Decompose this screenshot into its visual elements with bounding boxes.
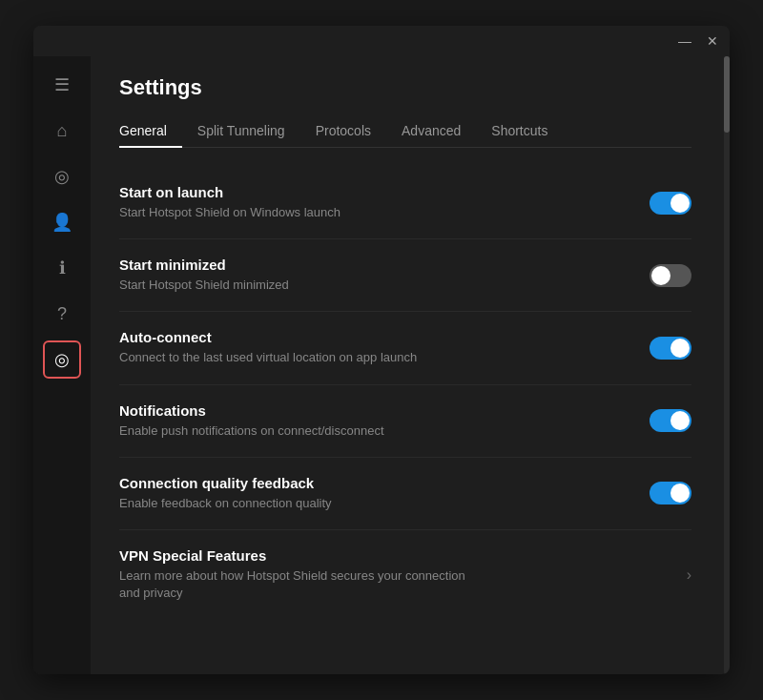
setting-item-notifications: NotificationsEnable push notifications o… bbox=[119, 385, 691, 458]
scrollbar-track[interactable] bbox=[724, 56, 730, 674]
toggle-thumb-start-on-launch bbox=[670, 194, 690, 213]
menu-icon[interactable]: ☰ bbox=[43, 66, 81, 104]
setting-desc-vpn-special-features: Learn more about how Hotspot Shield secu… bbox=[119, 567, 482, 602]
app-window: — ✕ ☰⌂◎👤ℹ?◎ Settings GeneralSplit Tunnel… bbox=[33, 26, 730, 674]
home-icon[interactable]: ⌂ bbox=[43, 112, 81, 150]
tab-shortcuts[interactable]: Shortcuts bbox=[476, 115, 563, 148]
help-icon[interactable]: ? bbox=[43, 295, 81, 333]
info-icon[interactable]: ℹ bbox=[43, 249, 81, 287]
arrow-icon-vpn-special-features[interactable]: › bbox=[687, 566, 691, 584]
setting-item-connection-quality-feedback: Connection quality feedbackEnable feedba… bbox=[119, 458, 691, 530]
setting-title-notifications: Notifications bbox=[119, 402, 630, 419]
setting-text-auto-connect: Auto-connectConnect to the last used vir… bbox=[119, 329, 630, 366]
setting-item-start-on-launch: Start on launchStart Hotspot Shield on W… bbox=[119, 167, 691, 239]
tab-advanced[interactable]: Advanced bbox=[386, 115, 476, 148]
setting-title-auto-connect: Auto-connect bbox=[119, 329, 630, 345]
main-layout: ☰⌂◎👤ℹ?◎ Settings GeneralSplit TunnelingP… bbox=[33, 56, 730, 674]
setting-title-vpn-special-features: VPN Special Features bbox=[119, 547, 668, 564]
toggle-thumb-connection-quality-feedback bbox=[670, 484, 690, 503]
toggle-notifications[interactable] bbox=[650, 409, 691, 432]
setting-text-connection-quality-feedback: Connection quality feedbackEnable feedba… bbox=[119, 475, 630, 512]
scrollbar-thumb[interactable] bbox=[724, 56, 730, 133]
setting-desc-start-minimized: Start Hotspot Shield minimized bbox=[119, 277, 482, 294]
toggle-start-minimized[interactable] bbox=[650, 264, 691, 287]
setting-text-start-minimized: Start minimizedStart Hotspot Shield mini… bbox=[119, 257, 630, 294]
minimize-button[interactable]: — bbox=[678, 33, 691, 49]
titlebar: — ✕ bbox=[33, 26, 730, 56]
speed-icon[interactable]: ◎ bbox=[43, 157, 81, 196]
setting-text-notifications: NotificationsEnable push notifications o… bbox=[119, 402, 630, 440]
page-title: Settings bbox=[119, 75, 691, 100]
toggle-auto-connect[interactable] bbox=[650, 337, 691, 360]
content-area: Settings GeneralSplit TunnelingProtocols… bbox=[91, 56, 720, 674]
setting-item-start-minimized: Start minimizedStart Hotspot Shield mini… bbox=[119, 239, 691, 312]
close-button[interactable]: ✕ bbox=[707, 33, 718, 49]
toggle-thumb-start-minimized bbox=[651, 266, 670, 285]
toggle-thumb-notifications bbox=[670, 411, 690, 430]
setting-desc-start-on-launch: Start Hotspot Shield on Windows launch bbox=[119, 204, 482, 221]
toggle-thumb-auto-connect bbox=[670, 339, 690, 358]
tabs-bar: GeneralSplit TunnelingProtocolsAdvancedS… bbox=[119, 115, 691, 148]
toggle-connection-quality-feedback[interactable] bbox=[650, 482, 691, 504]
setting-title-start-minimized: Start minimized bbox=[119, 257, 630, 273]
setting-text-start-on-launch: Start on launchStart Hotspot Shield on W… bbox=[119, 184, 630, 221]
setting-title-start-on-launch: Start on launch bbox=[119, 184, 630, 200]
tab-protocols[interactable]: Protocols bbox=[300, 115, 386, 148]
setting-title-connection-quality-feedback: Connection quality feedback bbox=[119, 475, 630, 491]
setting-desc-connection-quality-feedback: Enable feedback on connection quality bbox=[119, 495, 482, 512]
setting-desc-notifications: Enable push notifications on connect/dis… bbox=[119, 422, 482, 440]
tab-split-tunneling[interactable]: Split Tunneling bbox=[182, 115, 300, 148]
setting-desc-auto-connect: Connect to the last used virtual locatio… bbox=[119, 349, 482, 366]
setting-item-auto-connect: Auto-connectConnect to the last used vir… bbox=[119, 312, 691, 384]
settings-list: Start on launchStart Hotspot Shield on W… bbox=[119, 167, 691, 655]
settings-icon[interactable]: ◎ bbox=[43, 340, 81, 379]
setting-item-vpn-special-features: VPN Special FeaturesLearn more about how… bbox=[119, 530, 691, 619]
tab-general[interactable]: General bbox=[119, 115, 182, 148]
setting-text-vpn-special-features: VPN Special FeaturesLearn more about how… bbox=[119, 547, 668, 602]
account-icon[interactable]: 👤 bbox=[43, 203, 81, 241]
sidebar: ☰⌂◎👤ℹ?◎ bbox=[33, 56, 91, 674]
toggle-start-on-launch[interactable] bbox=[650, 192, 691, 215]
